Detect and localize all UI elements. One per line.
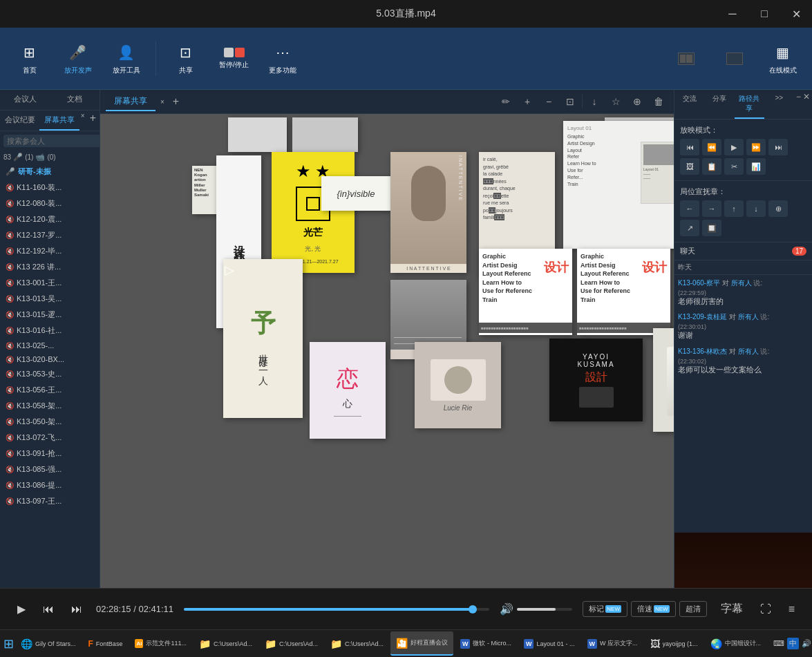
board-card-yayoi-kusama[interactable]: YAYOI KUSAMA 設計 bbox=[549, 339, 643, 421]
tab-path-share[interactable]: 路径共享 bbox=[735, 90, 764, 119]
sidebar-item-host[interactable]: 🎤 研哥-未振 bbox=[0, 164, 100, 180]
taskbar-word1[interactable]: W 微软 - Micro... bbox=[455, 631, 517, 656]
pb-fwd-btn[interactable]: ⏩ bbox=[746, 139, 766, 155]
prev-button[interactable]: ⏮ bbox=[39, 600, 57, 619]
maximize-button[interactable]: □ bbox=[748, 0, 780, 28]
search-input[interactable] bbox=[3, 135, 106, 147]
board-card-inattentive[interactable]: INATTENTIVE I N A T T E N T I V E bbox=[390, 152, 466, 273]
network-icon[interactable]: 🔊 bbox=[802, 639, 811, 648]
sidebar-item-k13-091[interactable]: 🔇 K13-091-抢... bbox=[0, 446, 100, 461]
taskbar-word2[interactable]: W Layout 01 - ... bbox=[518, 631, 580, 656]
close-button[interactable]: ✕ bbox=[780, 0, 812, 28]
sidebar-item-k13-058[interactable]: 🔇 K13-058-架... bbox=[0, 398, 100, 414]
sidebar-item-k12-120[interactable]: 🔇 K12-120-震... bbox=[0, 211, 100, 227]
sidebar-item-k13-097[interactable]: 🔇 K13-097-王... bbox=[0, 493, 100, 509]
pb2-left-btn[interactable]: ← bbox=[680, 200, 699, 217]
toolbar-share[interactable]: ⊡ 共享 bbox=[163, 35, 208, 83]
tab-more[interactable]: >> bbox=[764, 90, 794, 119]
fullscreen-button[interactable]: ⛶ bbox=[757, 600, 775, 619]
annotation-icon[interactable]: ✏ bbox=[496, 92, 516, 111]
pb2-down-btn[interactable]: ↓ bbox=[746, 200, 766, 217]
sidebar-item-k13-086[interactable]: 🔇 K13-086-提... bbox=[0, 477, 100, 493]
zoom-in-icon[interactable]: + bbox=[518, 92, 537, 111]
tab-minutes[interactable]: 会议纪要 bbox=[0, 111, 39, 131]
taskbar-meeting[interactable]: 🎦 好程直播会议 bbox=[390, 631, 453, 656]
sidebar-screenshare-close[interactable]: × bbox=[79, 111, 86, 131]
sidebar-item-k13-020[interactable]: 🔇 K13-020-BX... bbox=[0, 352, 100, 366]
sidebar-item-k13-056[interactable]: 🔇 K13-056-王... bbox=[0, 382, 100, 398]
volume-icon[interactable]: 🔊 bbox=[500, 602, 513, 616]
taskbar-fontbase[interactable]: F FontBase bbox=[83, 631, 129, 656]
zoom-out-icon[interactable]: − bbox=[539, 92, 558, 111]
toolbar-more[interactable]: ⋯ 更多功能 bbox=[260, 35, 305, 83]
pb2-zoom-btn[interactable]: ⊕ bbox=[768, 200, 788, 217]
taskbar-yayoi[interactable]: 🖼 yayoijpg (1... bbox=[645, 631, 704, 656]
pb-next-btn[interactable]: ⏭ bbox=[768, 139, 788, 155]
sidebar-item-k13-016[interactable]: 🔇 K13-016-社... bbox=[0, 323, 100, 339]
download-icon[interactable]: ↓ bbox=[585, 92, 604, 111]
star-icon[interactable]: ☆ bbox=[606, 92, 625, 111]
board-card-love[interactable]: 恋 心 bbox=[310, 342, 386, 439]
pb-cut-btn[interactable]: ✂ bbox=[724, 158, 744, 175]
screen-share-tab-add[interactable]: + bbox=[169, 94, 182, 109]
board-card-top2[interactable] bbox=[292, 117, 358, 152]
toolbar-layout2[interactable] bbox=[712, 35, 757, 83]
board-card-japanese[interactable]: 予 世界は一人 bbox=[223, 259, 303, 418]
sidebar-item-k13-013[interactable]: 🔇 K13-013-吴... bbox=[0, 291, 100, 307]
taskbar-ai[interactable]: Ai 示范文件111... bbox=[129, 631, 192, 656]
tab-docs[interactable]: 文档 bbox=[50, 90, 100, 110]
delete-icon[interactable]: 🗑 bbox=[649, 92, 668, 111]
pb-copy-btn[interactable]: 📋 bbox=[702, 158, 721, 175]
progress-bar[interactable] bbox=[184, 608, 489, 611]
sidebar-item-k12-192[interactable]: 🔇 K12-192-毕... bbox=[0, 243, 100, 259]
pb-chart-btn[interactable]: 📊 bbox=[746, 158, 766, 175]
taskbar-explorer3[interactable]: 📁 C:\Users\Ad... bbox=[325, 631, 389, 656]
pb-frame-btn[interactable]: 🖼 bbox=[680, 158, 699, 175]
sidebar-item-k13-001[interactable]: 🔇 K13-001-王... bbox=[0, 275, 100, 291]
board-card-lucie-rie[interactable]: Lucie Rie bbox=[415, 342, 501, 428]
play-button[interactable]: ▶ bbox=[14, 599, 29, 619]
taskbar-city[interactable]: 🌐 Gily Of Stars... bbox=[15, 631, 82, 656]
taskbar-explorer2[interactable]: 📁 C:\Users\Ad... bbox=[259, 631, 323, 656]
share-net-icon[interactable]: ⊕ bbox=[627, 92, 647, 111]
taskbar-china[interactable]: 🌏 中国细设计... bbox=[705, 631, 767, 656]
screen-share-tab[interactable]: 屏幕共享 bbox=[106, 93, 155, 111]
sidebar-item-k12-080[interactable]: 🔇 K12-080-装... bbox=[0, 196, 100, 211]
board-card-graphic1[interactable]: GraphicArtist DesigLayout ReferencLearn … bbox=[479, 249, 572, 335]
taskbar-word3[interactable]: W W 应示文字... bbox=[582, 631, 643, 656]
taskbar-explorer1[interactable]: 📁 C:\Users\Ad... bbox=[193, 631, 258, 656]
sidebar-tab-add[interactable]: + bbox=[86, 111, 100, 131]
pb-play-btn[interactable]: ▶ bbox=[724, 139, 744, 155]
sidebar-item-k12-137[interactable]: 🔇 K12-137-罗... bbox=[0, 227, 100, 243]
pb-prev-btn[interactable]: ⏮ bbox=[680, 139, 699, 155]
screen-share-tab-close[interactable]: × bbox=[159, 97, 166, 107]
ime-icon[interactable]: ⌨ bbox=[773, 639, 784, 648]
board-card-graphic2[interactable]: GraphicArtist DesigLayout ReferencLearn … bbox=[577, 249, 670, 335]
pb2-grid-btn[interactable]: 🔲 bbox=[702, 220, 721, 236]
board-card-yellow[interactable]: ★ ★ 光芒 光, 光 2020.11.21—2021.7.27 bbox=[272, 152, 355, 273]
pb2-right-btn[interactable]: → bbox=[702, 200, 721, 217]
badge-speed[interactable]: 倍速 NEW bbox=[631, 601, 676, 617]
tab-exchange[interactable]: 交流 bbox=[674, 90, 704, 119]
panel-close-icon[interactable]: ✕ bbox=[803, 92, 810, 117]
board-card-invisible[interactable]: {in}visible bbox=[321, 176, 390, 211]
pb-back-btn[interactable]: ⏪ bbox=[702, 139, 721, 155]
sidebar-item-k13-015[interactable]: 🔇 K13-015-逻... bbox=[0, 307, 100, 323]
badge-hd[interactable]: 超清 bbox=[679, 601, 707, 617]
board-card-white-shape[interactable] bbox=[653, 328, 674, 432]
volume-bar[interactable] bbox=[517, 608, 572, 611]
badge-mark[interactable]: 标记 NEW bbox=[583, 601, 627, 617]
tab-screenshare[interactable]: 屏幕共享 bbox=[39, 111, 79, 131]
tab-share[interactable]: 分享 bbox=[704, 90, 734, 119]
toolbar-layout1[interactable] bbox=[663, 35, 708, 83]
pb2-diag-btn[interactable]: ↗ bbox=[680, 220, 699, 236]
board-card-layout01[interactable]: Layout 01 GraphicArtist DesignLayoutRefe… bbox=[563, 121, 674, 249]
chinese-mode-icon[interactable]: 中 bbox=[787, 638, 799, 649]
sidebar-item-k13-053[interactable]: 🔇 K13-053-史... bbox=[0, 366, 100, 382]
panel-minimize-icon[interactable]: − bbox=[796, 92, 801, 117]
sidebar-item-k13-085[interactable]: 🔇 K13-085-强... bbox=[0, 461, 100, 477]
toolbar-play-tool[interactable]: 👤 放开工具 bbox=[104, 35, 149, 83]
sidebar-item-k13-025[interactable]: 🔇 K13-025-... bbox=[0, 339, 100, 352]
fit-screen-icon[interactable]: ⊡ bbox=[560, 92, 580, 111]
sidebar-item-k11[interactable]: 🔇 K11-160-装... bbox=[0, 180, 100, 196]
